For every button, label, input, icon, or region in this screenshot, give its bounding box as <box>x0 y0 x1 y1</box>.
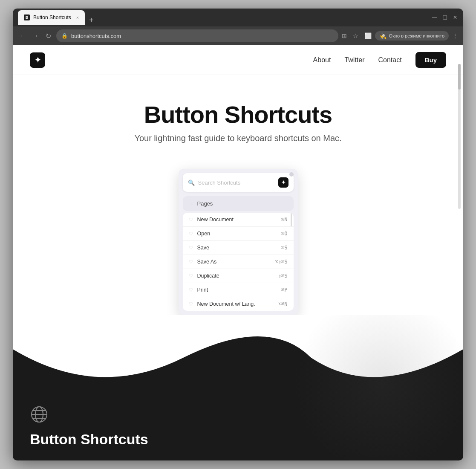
nav-about[interactable]: About <box>313 56 331 64</box>
incognito-label: Окно в режиме инкогнито <box>389 33 444 38</box>
address-icons: ⊞ ☆ ⬜ <box>342 32 372 39</box>
favorite-icon: ♡ <box>189 273 193 279</box>
favorite-icon: ♡ <box>189 259 193 265</box>
nav-twitter[interactable]: Twitter <box>344 56 364 64</box>
sidebar-icon[interactable]: ⬜ <box>364 32 372 39</box>
shortcut-name: Open <box>197 231 282 237</box>
shortcut-key: ⌘P <box>281 287 287 293</box>
shortcuts-list: ♡ New Document ⌘N ♡ Open ⌘O ♡ Save <box>183 213 294 311</box>
shortcut-key: ⌘N <box>281 217 287 223</box>
globe-icon <box>30 405 148 428</box>
app-window: 🔍 Search Shortcuts ✦ → Pages <box>179 169 298 315</box>
browser-window: B Button Shortcuts × + — ❑ ✕ ← → ↻ 🔒 but… <box>13 9 463 460</box>
shortcut-row[interactable]: ♡ Open ⌘O <box>183 227 294 241</box>
page-top: ✦ About Twitter Contact Buy Button Short… <box>13 45 463 315</box>
shortcut-key: ⌥⇧⌘S <box>275 259 288 265</box>
restore-button[interactable]: ❑ <box>442 14 448 20</box>
scrollbar[interactable] <box>291 213 292 226</box>
bookmark-icon[interactable]: ☆ <box>353 32 358 39</box>
hero-title: Button Shortcuts <box>30 101 446 128</box>
search-icon: 🔍 <box>188 179 195 186</box>
category-label: Pages <box>197 200 213 207</box>
footer-title: Button Shortcuts <box>30 431 148 448</box>
category-arrow: → <box>189 201 194 207</box>
shortcut-name: Save As <box>197 259 275 265</box>
shortcut-name: New Document <box>197 217 282 223</box>
site-nav: ✦ About Twitter Contact Buy <box>13 45 463 75</box>
app-search-bar[interactable]: 🔍 Search Shortcuts ✦ <box>183 173 294 192</box>
forward-button[interactable]: → <box>31 31 40 41</box>
url-bar[interactable]: 🔒 buttonshortcuts.com <box>56 29 338 42</box>
app-logo-small: ✦ <box>278 177 288 188</box>
shortcut-name: Save <box>197 245 282 251</box>
shortcut-key: ⌥⌘N <box>278 301 288 307</box>
nav-contact[interactable]: Contact <box>378 56 402 64</box>
page-content: ✦ About Twitter Contact Buy Button Short… <box>13 45 463 460</box>
search-placeholder: Search Shortcuts <box>198 179 275 186</box>
url-text: buttonshortcuts.com <box>71 33 121 39</box>
app-logo-symbol: ✦ <box>281 179 286 185</box>
shortcut-key: ⇧⌘S <box>278 273 288 279</box>
lock-icon: 🔒 <box>61 33 68 39</box>
favorite-icon: ♡ <box>189 301 193 307</box>
favorite-icon: ♡ <box>189 231 193 237</box>
menu-icon[interactable]: ⋮ <box>452 32 458 39</box>
chair-background <box>293 315 463 460</box>
chrome-titlebar: B Button Shortcuts × + — ❑ ✕ <box>13 9 463 26</box>
tab-favicon: B <box>24 14 30 20</box>
new-tab-button[interactable]: + <box>87 16 96 25</box>
shortcut-row[interactable]: ♡ Duplicate ⇧⌘S <box>183 269 294 283</box>
shortcut-name: Duplicate <box>197 273 278 279</box>
shortcut-row[interactable]: ♡ Save As ⌥⇧⌘S <box>183 255 294 269</box>
tab-title-text: Button Shortcuts <box>33 14 71 20</box>
shortcut-row[interactable]: ♡ New Document ⌘N <box>183 213 294 227</box>
shortcut-row[interactable]: ♡ Print ⌘P <box>183 283 294 297</box>
tab-strip: B Button Shortcuts × + <box>18 10 425 25</box>
shortcut-name: New Document w/ Lang. <box>197 301 278 307</box>
reload-button[interactable]: ↻ <box>43 31 53 41</box>
logo-symbol: ✦ <box>35 55 41 65</box>
nav-links: About Twitter Contact Buy <box>313 52 446 68</box>
scrollbar-thumb[interactable] <box>458 64 461 90</box>
site-logo[interactable]: ✦ <box>30 52 45 68</box>
back-button[interactable]: ← <box>18 31 27 41</box>
shortcut-name: Print <box>197 287 282 293</box>
page-scrollbar[interactable] <box>458 64 461 209</box>
window-dot <box>289 172 294 177</box>
incognito-icon: 🕵️ <box>379 32 387 39</box>
minimize-button[interactable]: — <box>432 14 438 20</box>
category-row[interactable]: → Pages <box>183 196 294 211</box>
translate-icon[interactable]: ⊞ <box>342 32 347 39</box>
shortcut-key: ⌘S <box>281 245 287 251</box>
shortcut-row[interactable]: ♡ Save ⌘S <box>183 241 294 255</box>
favorite-icon: ♡ <box>189 245 193 251</box>
incognito-badge: 🕵️ Окно в режиме инкогнито <box>375 31 449 41</box>
hero-section: Button Shortcuts Your lightning fast gui… <box>13 75 463 160</box>
address-bar: ← → ↻ 🔒 buttonshortcuts.com ⊞ ☆ ⬜ 🕵️ Окн… <box>13 26 463 45</box>
hero-subtitle: Your lightning fast guide to keyboard sh… <box>30 133 446 143</box>
favorite-icon: ♡ <box>189 217 193 223</box>
active-tab[interactable]: B Button Shortcuts × <box>18 10 85 25</box>
dark-section: Button Shortcuts <box>13 315 463 460</box>
shortcut-key: ⌘O <box>281 231 287 237</box>
tab-close-button[interactable]: × <box>76 15 79 20</box>
app-preview-wrapper: 🔍 Search Shortcuts ✦ → Pages <box>13 160 463 315</box>
shortcut-row[interactable]: ♡ New Document w/ Lang. ⌥⌘N <box>183 297 294 311</box>
window-controls: — ❑ ✕ <box>428 14 458 20</box>
close-button[interactable]: ✕ <box>452 14 458 20</box>
favorite-icon: ♡ <box>189 287 193 293</box>
buy-button[interactable]: Buy <box>415 52 446 68</box>
footer-content: Button Shortcuts <box>13 392 165 460</box>
